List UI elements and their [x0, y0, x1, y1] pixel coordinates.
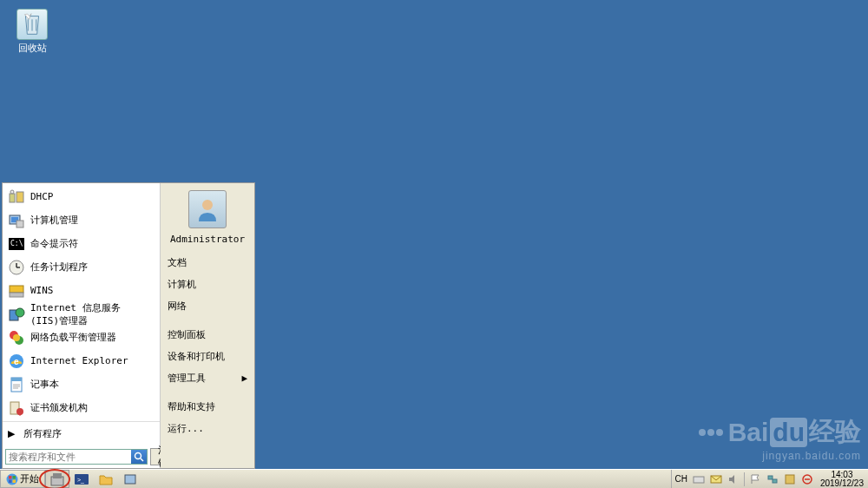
- clock[interactable]: 14:03 2019/12/23: [816, 471, 868, 488]
- program-wins[interactable]: WINS: [3, 279, 160, 302]
- program-label: 任务计划程序: [30, 260, 88, 274]
- all-programs-label: 所有程序: [23, 427, 62, 440]
- menu-control-panel[interactable]: 控制面板: [164, 324, 251, 346]
- svg-point-12: [16, 308, 24, 317]
- program-nlb[interactable]: 网络负载平衡管理器: [3, 326, 160, 349]
- tray-network-icon[interactable]: [764, 470, 781, 488]
- svg-rect-25: [9, 476, 12, 479]
- quicklaunch-explorer[interactable]: [94, 470, 118, 488]
- program-dhcp[interactable]: DHCP: [3, 185, 160, 208]
- user-picture[interactable]: [188, 190, 227, 228]
- menu-run[interactable]: 运行...: [164, 418, 251, 439]
- clock-date: 2019/12/23: [820, 479, 864, 488]
- svg-rect-34: [694, 477, 704, 483]
- start-menu-left-pane: DHCP 计算机管理 C:\ 命令提示符 任务计划程序 WINS Interne…: [3, 183, 161, 468]
- cert-icon: [8, 399, 25, 417]
- search-input[interactable]: [6, 450, 131, 464]
- svg-text:>_: >_: [77, 477, 84, 484]
- menu-admin-tools[interactable]: 管理工具▶: [164, 367, 251, 389]
- submenu-arrow-icon: ▶: [241, 373, 247, 384]
- program-label: 计算机管理: [30, 214, 78, 227]
- program-computer-mgmt[interactable]: 计算机管理: [3, 208, 160, 232]
- program-notepad[interactable]: 记事本: [3, 373, 160, 396]
- program-iis[interactable]: Internet 信息服务 (IIS)管理器: [3, 302, 160, 326]
- computer-mgmt-icon: [8, 212, 25, 229]
- user-icon: [194, 195, 221, 223]
- svg-point-15: [13, 334, 20, 341]
- svg-point-24: [7, 473, 18, 485]
- program-label: WINS: [30, 285, 54, 296]
- tray-flag-icon[interactable]: [746, 470, 764, 488]
- svg-point-22: [135, 453, 141, 459]
- tray-status-icon[interactable]: [799, 470, 816, 488]
- cmd-icon: C:\: [8, 235, 25, 253]
- svg-rect-0: [10, 194, 15, 202]
- program-task-scheduler[interactable]: 任务计划程序: [3, 255, 160, 279]
- recycle-bin-label: 回收站: [10, 42, 54, 55]
- menu-devices-printers[interactable]: 设备和打印机: [164, 346, 251, 367]
- iis-icon: [8, 306, 25, 323]
- svg-rect-5: [16, 221, 23, 228]
- quicklaunch-item[interactable]: [118, 470, 142, 488]
- paw-icon: [699, 429, 723, 436]
- dhcp-icon: [8, 188, 25, 206]
- svg-text:C:\: C:\: [10, 240, 23, 247]
- program-label: 命令提示符: [30, 237, 78, 250]
- program-label: Internet 信息服务 (IIS)管理器: [30, 301, 155, 327]
- ime-indicator[interactable]: CH: [672, 474, 689, 484]
- recycle-bin-icon: [16, 9, 48, 40]
- ie-icon: e: [8, 353, 25, 370]
- program-label: DHCP: [30, 191, 54, 202]
- svg-text:e: e: [14, 357, 19, 366]
- wins-icon: [8, 282, 25, 300]
- search-icon: [134, 452, 144, 462]
- all-programs-button[interactable]: ▶ 所有程序: [3, 421, 160, 445]
- svg-rect-1: [16, 192, 23, 202]
- svg-rect-27: [9, 479, 12, 483]
- menu-documents[interactable]: 文档: [164, 252, 251, 274]
- start-menu-right-pane: Administrator 文档 计算机 网络 控制面板 设备和打印机 管理工具…: [161, 183, 254, 468]
- svg-rect-28: [13, 479, 16, 483]
- menu-network[interactable]: 网络: [164, 295, 251, 317]
- menu-help-support[interactable]: 帮助和支持: [164, 396, 251, 418]
- tray-volume-icon[interactable]: [725, 470, 742, 488]
- tray-mail-icon[interactable]: [707, 470, 725, 488]
- program-label: Internet Explorer: [30, 355, 128, 366]
- clock-icon: [8, 259, 25, 276]
- clock-time: 14:03: [820, 471, 864, 479]
- svg-point-23: [202, 200, 213, 210]
- quicklaunch-server-manager[interactable]: [45, 470, 69, 488]
- taskbar: 开始 >_ CH 14:03 2019/12/23: [0, 469, 868, 488]
- tray-icon[interactable]: [781, 470, 799, 488]
- svg-rect-38: [786, 475, 794, 484]
- program-label: 记事本: [30, 378, 59, 391]
- notepad-icon: [8, 376, 25, 393]
- menu-computer[interactable]: 计算机: [164, 274, 251, 295]
- svg-point-2: [10, 190, 14, 194]
- program-ie[interactable]: e Internet Explorer: [3, 349, 160, 373]
- svg-rect-37: [773, 479, 777, 483]
- nlb-icon: [8, 329, 25, 346]
- program-label: 证书颁发机构: [30, 401, 88, 414]
- start-button[interactable]: 开始: [0, 470, 45, 488]
- user-name: Administrator: [164, 234, 251, 245]
- svg-rect-10: [10, 293, 23, 297]
- svg-rect-26: [13, 476, 16, 479]
- svg-rect-19: [11, 378, 22, 381]
- start-menu-bottom-row: 注销 ▸: [3, 445, 160, 468]
- svg-point-21: [16, 408, 23, 415]
- search-button[interactable]: [131, 450, 147, 464]
- recycle-bin[interactable]: 回收站: [10, 9, 54, 55]
- program-cert-authority[interactable]: 证书颁发机构: [3, 396, 160, 419]
- quicklaunch-powershell[interactable]: >_: [69, 470, 94, 488]
- tray-keyboard-icon[interactable]: [690, 470, 707, 488]
- system-tray: CH 14:03 2019/12/23: [671, 470, 868, 488]
- svg-rect-33: [125, 475, 135, 484]
- svg-rect-9: [10, 286, 23, 293]
- pinned-programs-list: DHCP 计算机管理 C:\ 命令提示符 任务计划程序 WINS Interne…: [3, 183, 160, 421]
- watermark: Baidu 经验 jingyan.baidu.com: [699, 414, 861, 462]
- program-cmd[interactable]: C:\ 命令提示符: [3, 232, 160, 255]
- start-button-label: 开始: [20, 472, 39, 485]
- arrow-right-icon: ▶: [8, 428, 15, 439]
- search-box: [5, 449, 148, 465]
